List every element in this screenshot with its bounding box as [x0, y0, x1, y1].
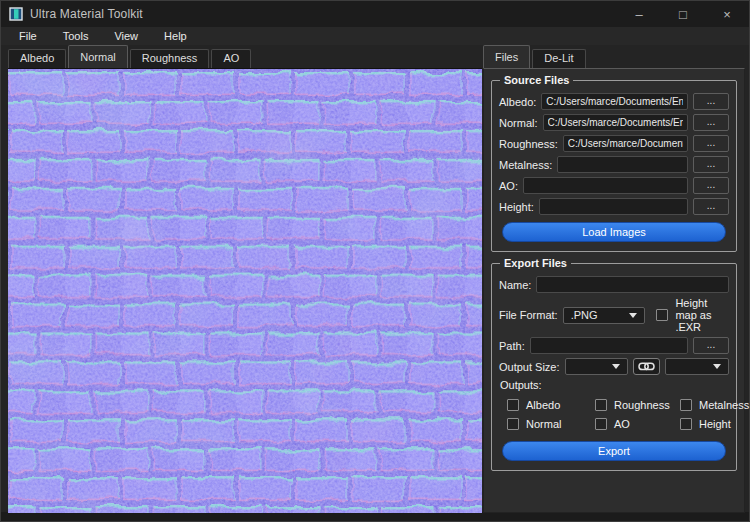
albedo-browse-button[interactable]: ... — [693, 93, 729, 110]
normal-checkbox-label: Normal — [526, 418, 561, 430]
files-panel: Source Files Albedo: ... Normal: ... Rou… — [483, 68, 745, 513]
chevron-down-icon — [612, 364, 620, 369]
height-label: Height: — [499, 201, 534, 213]
name-label: Name: — [499, 279, 531, 291]
outputs-grid: Albedo Roughness Metalness Normal — [499, 396, 729, 434]
file-format-value: .PNG — [571, 309, 630, 321]
ao-checkbox-label: AO — [614, 418, 630, 430]
file-format-label: File Format: — [499, 309, 558, 321]
output-roughness-item[interactable]: Roughness — [595, 399, 680, 411]
tab-albedo[interactable]: Albedo — [8, 49, 66, 68]
ao-browse-button[interactable]: ... — [693, 177, 729, 194]
metalness-label: Metalness: — [499, 159, 552, 171]
roughness-row: Roughness: ... — [499, 135, 729, 152]
path-row: Path: ... — [499, 337, 729, 354]
load-images-button[interactable]: Load Images — [502, 222, 726, 242]
tab-roughness[interactable]: Roughness — [130, 49, 210, 68]
output-height-dropdown[interactable] — [665, 358, 729, 375]
app-icon — [9, 7, 23, 21]
metalness-checkbox-label: Metalness — [699, 399, 749, 411]
export-button[interactable]: Export — [502, 441, 726, 461]
tab-de-lit[interactable]: De-Lit — [532, 49, 585, 68]
roughness-checkbox[interactable] — [595, 399, 607, 411]
tab-ao[interactable]: AO — [211, 49, 251, 68]
ao-checkbox[interactable] — [595, 418, 607, 430]
normal-row: Normal: ... — [499, 114, 729, 131]
path-label: Path: — [499, 340, 525, 352]
height-browse-button[interactable]: ... — [693, 198, 729, 215]
title-bar: Ultra Material Toolkit – □ × — [1, 1, 749, 27]
albedo-path-input[interactable] — [541, 93, 688, 110]
link-dimensions-button[interactable] — [633, 358, 660, 375]
roughness-path-input[interactable] — [563, 135, 688, 152]
height-row: Height: ... — [499, 198, 729, 215]
menu-view[interactable]: View — [101, 28, 151, 44]
output-ao-item[interactable]: AO — [595, 418, 680, 430]
name-row: Name: — [499, 276, 729, 293]
window-title: Ultra Material Toolkit — [30, 7, 143, 21]
albedo-checkbox[interactable] — [507, 399, 519, 411]
source-files-title: Source Files — [500, 74, 573, 86]
height-checkbox[interactable] — [680, 418, 692, 430]
app-window: Ultra Material Toolkit – □ × File Tools … — [0, 0, 750, 522]
content-area: Albedo Normal Roughness AO — [1, 45, 749, 512]
exr-checkbox-item[interactable]: Height map as .EXR — [656, 297, 729, 333]
metalness-checkbox[interactable] — [680, 399, 692, 411]
maximize-button[interactable]: □ — [661, 1, 705, 27]
height-path-input[interactable] — [539, 198, 688, 215]
export-files-title: Export Files — [500, 257, 571, 269]
minimize-button[interactable]: – — [617, 1, 661, 27]
menu-help[interactable]: Help — [151, 28, 200, 44]
close-button[interactable]: × — [705, 1, 749, 27]
file-format-row: File Format: .PNG Height map as .EXR — [499, 297, 729, 333]
albedo-checkbox-label: Albedo — [526, 399, 560, 411]
ao-path-input[interactable] — [523, 177, 688, 194]
panel-tabstrip: Files De-Lit — [483, 45, 588, 68]
chain-link-icon — [638, 361, 655, 372]
exr-checkbox[interactable] — [656, 309, 668, 321]
normal-label: Normal: — [499, 117, 538, 129]
menu-tools[interactable]: Tools — [50, 28, 102, 44]
tab-files[interactable]: Files — [483, 45, 530, 68]
menu-bar: File Tools View Help — [1, 27, 749, 45]
roughness-browse-button[interactable]: ... — [693, 135, 729, 152]
normal-path-input[interactable] — [543, 114, 688, 131]
ao-row: AO: ... — [499, 177, 729, 194]
output-height-item[interactable]: Height — [680, 418, 749, 430]
height-checkbox-label: Height — [699, 418, 731, 430]
roughness-checkbox-label: Roughness — [614, 399, 670, 411]
roughness-label: Roughness: — [499, 138, 558, 150]
window-controls: – □ × — [617, 1, 749, 27]
exr-checkbox-label: Height map as .EXR — [675, 297, 729, 333]
metalness-path-input[interactable] — [557, 156, 688, 173]
ao-label: AO: — [499, 180, 518, 192]
albedo-row: Albedo: ... — [499, 93, 729, 110]
export-files-group: Export Files Name: File Format: .PNG Hei… — [491, 263, 737, 471]
name-input[interactable] — [536, 276, 729, 293]
source-files-group: Source Files Albedo: ... Normal: ... Rou… — [491, 80, 737, 252]
normal-browse-button[interactable]: ... — [693, 114, 729, 131]
outputs-label: Outputs: — [500, 379, 729, 391]
output-metalness-item[interactable]: Metalness — [680, 399, 749, 411]
output-size-row: Output Size: — [499, 358, 729, 375]
chevron-down-icon — [629, 313, 637, 318]
preview-tabstrip: Albedo Normal Roughness AO — [8, 45, 253, 68]
output-normal-item[interactable]: Normal — [507, 418, 595, 430]
output-albedo-item[interactable]: Albedo — [507, 399, 595, 411]
metalness-browse-button[interactable]: ... — [693, 156, 729, 173]
export-path-input[interactable] — [530, 337, 688, 354]
normal-map-preview[interactable] — [8, 68, 482, 513]
chevron-down-icon — [713, 364, 721, 369]
menu-file[interactable]: File — [6, 28, 50, 44]
file-format-dropdown[interactable]: .PNG — [563, 307, 646, 324]
metalness-row: Metalness: ... — [499, 156, 729, 173]
output-width-dropdown[interactable] — [565, 358, 629, 375]
albedo-label: Albedo: — [499, 96, 536, 108]
normal-checkbox[interactable] — [507, 418, 519, 430]
tab-normal[interactable]: Normal — [68, 45, 127, 68]
output-size-label: Output Size: — [499, 361, 560, 373]
export-path-browse-button[interactable]: ... — [693, 337, 729, 354]
